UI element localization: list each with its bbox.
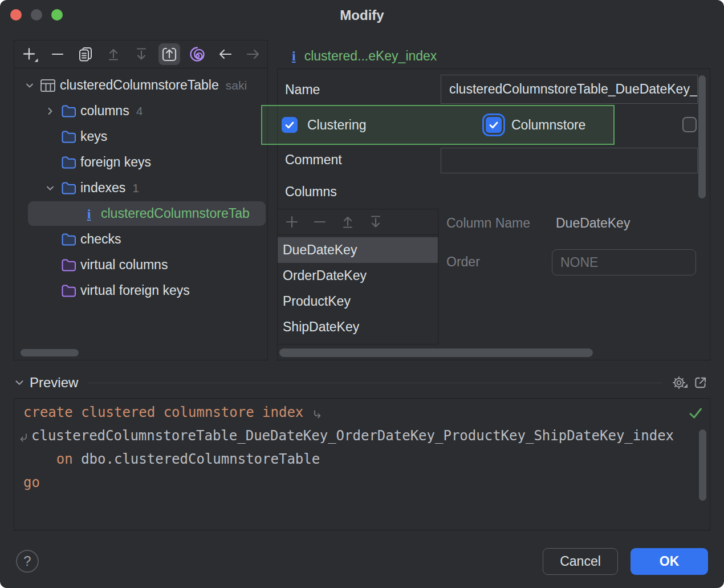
- columns-toolbar: [278, 209, 438, 235]
- code-token: [23, 451, 56, 467]
- undo-button[interactable]: [214, 43, 236, 65]
- folder-purple-icon: [59, 258, 78, 271]
- folder-blue-icon: [59, 233, 78, 246]
- code-token: create clustered columnstore index: [23, 404, 312, 420]
- structure-panel: clusteredColumnstoreTablesakicolumns4key…: [14, 40, 268, 360]
- name-value: clusteredColumnstoreTable_DueDateKey_Ord…: [449, 82, 698, 97]
- order-label: Order: [446, 254, 480, 270]
- chevron-down-icon[interactable]: [21, 80, 38, 91]
- object-tree: clusteredColumnstoreTablesakicolumns4key…: [14, 68, 267, 346]
- gear-icon[interactable]: [672, 375, 686, 390]
- column-name-value: DueDateKey: [556, 216, 630, 231]
- column-remove-button[interactable]: [310, 212, 330, 232]
- column-item-duedatekey[interactable]: DueDateKey: [278, 237, 438, 263]
- form-vertical-scrollbar[interactable]: [698, 75, 706, 198]
- preview-header: Preview: [14, 372, 708, 393]
- column-add-button[interactable]: [282, 212, 302, 232]
- code-token: go: [23, 475, 40, 490]
- checkbox-box[interactable]: [282, 117, 298, 133]
- checkbox-columnstore[interactable]: Columnstore: [486, 106, 585, 144]
- help-label: ?: [23, 553, 31, 569]
- tree-item-label: columns: [80, 103, 129, 119]
- help-button[interactable]: ?: [16, 550, 39, 573]
- cancel-label: Cancel: [560, 554, 601, 569]
- titlebar: Modify: [0, 0, 724, 30]
- tree-item-foreign-keys[interactable]: foreign keys: [14, 149, 267, 175]
- modify-dialog: Modify clusteredColumnstoreTablesakicolu…: [0, 0, 724, 588]
- folder-blue-icon: [59, 156, 78, 169]
- code-line: create clustered columnstore index: [23, 400, 710, 424]
- tree-item-label: virtual columns: [80, 257, 168, 273]
- folder-purple-icon: [59, 284, 78, 297]
- preview-vertical-scrollbar[interactable]: [699, 429, 706, 501]
- tree-item-virtual-columns[interactable]: virtual columns: [14, 252, 267, 278]
- column-move-down-button[interactable]: [366, 212, 385, 232]
- order-value: NONE: [560, 255, 598, 270]
- editor-header: i clustered...eKey_index: [292, 47, 437, 65]
- tree-item-label: checks: [80, 232, 121, 247]
- valid-check-icon: [688, 405, 703, 423]
- tree-item-clusteredcolumnstoretab[interactable]: iclusteredColumnstoreTab: [14, 201, 267, 226]
- regenerate-button[interactable]: [186, 43, 208, 65]
- checkbox-clustering[interactable]: Clustering: [282, 106, 367, 144]
- column-item-orderdatekey[interactable]: OrderDateKey: [278, 263, 438, 289]
- columns-label: Columns: [285, 184, 337, 200]
- comment-input[interactable]: [441, 148, 698, 173]
- open-in-new-icon[interactable]: [693, 375, 708, 390]
- tree-item-indexes[interactable]: indexes1: [14, 175, 267, 201]
- highlighted-checkbox-row: ClusteringColumnstore: [261, 105, 615, 145]
- code-line: go: [23, 471, 710, 494]
- tree-item-checks[interactable]: checks: [14, 226, 267, 252]
- preview-title[interactable]: Preview: [30, 375, 78, 391]
- index-icon: i: [292, 49, 296, 63]
- folder-blue-icon: [59, 181, 78, 194]
- apply-button[interactable]: [158, 43, 180, 65]
- code-token: on: [56, 451, 73, 467]
- form-horizontal-scrollbar[interactable]: [279, 348, 593, 357]
- checkbox-box[interactable]: [486, 117, 502, 133]
- folder-blue-icon: [59, 130, 78, 143]
- tree-item-keys[interactable]: keys: [14, 124, 267, 149]
- tree-item-count: 1: [132, 181, 139, 195]
- editor-title: clustered...eKey_index: [304, 48, 437, 64]
- order-input[interactable]: NONE: [552, 249, 696, 275]
- name-input[interactable]: clusteredColumnstoreTable_DueDateKey_Ord…: [441, 75, 698, 104]
- tree-item-label: foreign keys: [80, 155, 151, 170]
- tree-item-clusteredcolumnstoretable[interactable]: clusteredColumnstoreTablesaki: [14, 72, 267, 98]
- chevron-right-icon[interactable]: [42, 106, 59, 116]
- duplicate-button[interactable]: [75, 43, 96, 65]
- move-down-button[interactable]: [131, 43, 152, 65]
- code-line: on dbo.clusteredColumnstoreTable: [23, 447, 710, 471]
- add-button[interactable]: [19, 43, 40, 65]
- divider: [88, 383, 662, 383]
- tree-item-label: clusteredColumnstoreTable: [60, 78, 219, 93]
- tree-item-virtual-foreign-keys[interactable]: virtual foreign keys: [14, 278, 267, 303]
- soft-wrap-icon: [19, 432, 28, 443]
- column-item-shipdatekey[interactable]: ShipDateKey: [278, 314, 438, 340]
- comment-label: Comment: [285, 152, 342, 168]
- window-title: Modify: [0, 7, 724, 23]
- move-up-button[interactable]: [103, 43, 124, 65]
- tree-item-columns[interactable]: columns4: [14, 98, 267, 124]
- ok-label: OK: [660, 554, 680, 569]
- chevron-down-icon[interactable]: [14, 377, 25, 388]
- tree-item-suffix: saki: [226, 79, 247, 92]
- index-icon: i: [79, 207, 99, 221]
- tree-item-label: clusteredColumnstoreTab: [101, 206, 250, 221]
- column-item-productkey[interactable]: ProductKey: [278, 289, 438, 314]
- column-move-up-button[interactable]: [338, 212, 357, 232]
- remove-button[interactable]: [47, 43, 68, 65]
- name-label: Name: [285, 82, 320, 98]
- checkbox-partial[interactable]: [682, 117, 697, 132]
- tree-item-label: keys: [80, 129, 107, 144]
- tree-item-count: 4: [136, 104, 143, 118]
- checkbox-label: Columnstore: [511, 117, 585, 133]
- code-token: clusteredColumnstoreTable_DueDateKey_Ord…: [31, 428, 674, 444]
- chevron-down-icon[interactable]: [42, 183, 59, 193]
- redo-button[interactable]: [242, 43, 264, 65]
- tree-toolbar: [14, 40, 267, 68]
- columns-panel: DueDateKeyOrderDateKeyProductKeyShipDate…: [277, 209, 438, 344]
- cancel-button[interactable]: Cancel: [543, 548, 618, 575]
- ok-button[interactable]: OK: [631, 548, 708, 575]
- tree-horizontal-scrollbar[interactable]: [21, 349, 79, 356]
